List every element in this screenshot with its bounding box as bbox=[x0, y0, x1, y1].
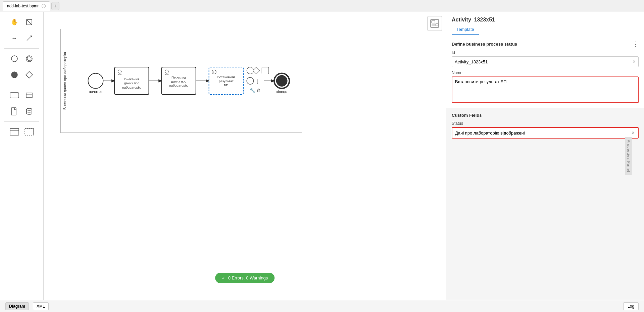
status-field-group: Status Дані про лабораторію відображені … bbox=[452, 121, 639, 139]
diamond-button[interactable] bbox=[22, 68, 36, 82]
svg-line-1 bbox=[27, 19, 32, 25]
svg-rect-19 bbox=[436, 23, 438, 26]
error-badge-text: 0 Errors, 0 Warnings bbox=[228, 275, 268, 280]
name-textarea[interactable] bbox=[455, 79, 635, 99]
toolbar-divider-3 bbox=[4, 121, 39, 122]
toolbar-row-2: ↔ bbox=[6, 31, 37, 46]
svg-point-52 bbox=[276, 75, 287, 87]
toolbar-row-5 bbox=[6, 88, 37, 103]
id-value: Activity_1323x51 bbox=[455, 59, 488, 64]
status-label: Status bbox=[452, 121, 639, 126]
tab-close-icon[interactable]: × bbox=[42, 4, 46, 8]
toolbar-row-7 bbox=[6, 124, 37, 139]
svg-text:лабораторію: лабораторію bbox=[122, 86, 141, 89]
svg-text:Встановити: Встановити bbox=[217, 75, 235, 79]
diagram-container[interactable]: Внесення даних про лабораторію початок bbox=[60, 29, 302, 133]
toolbar-row-1: ✋ bbox=[6, 15, 37, 30]
svg-point-22 bbox=[88, 73, 103, 88]
rect-frame-button[interactable] bbox=[8, 125, 21, 139]
status-bar-left: Diagram XML bbox=[5, 302, 49, 310]
cylinder-button[interactable] bbox=[22, 89, 36, 102]
xml-tab-button[interactable]: XML bbox=[33, 302, 49, 310]
svg-rect-25 bbox=[114, 67, 149, 95]
panel-header: Activity_1323x51 Template bbox=[446, 12, 644, 36]
svg-text:кінець: кінець bbox=[277, 90, 287, 94]
toolbar-divider-2 bbox=[4, 85, 39, 85]
svg-text:даних про: даних про bbox=[171, 80, 187, 83]
file-tab[interactable]: add-lab-test.bpmn × bbox=[3, 1, 50, 11]
rounded-rect-button[interactable] bbox=[8, 89, 21, 102]
id-input[interactable]: Activity_1323x51 × bbox=[452, 56, 639, 67]
name-label: Name bbox=[452, 70, 639, 75]
tab-filename: add-lab-test.bpmn bbox=[7, 4, 40, 8]
status-clear-button[interactable]: × bbox=[631, 130, 635, 136]
svg-point-43 bbox=[247, 67, 253, 74]
bpmn-diagram: початок Внесення даних про лабораторію bbox=[68, 29, 302, 133]
section-title: Define business process status bbox=[452, 42, 517, 47]
custom-fields-section: Custom Fields Status Дані про лабораторі… bbox=[446, 108, 644, 143]
svg-text:початок: початок bbox=[89, 90, 102, 94]
svg-text:Внесення: Внесення bbox=[125, 77, 139, 81]
id-clear-button[interactable]: × bbox=[633, 59, 636, 65]
canvas-area[interactable]: Внесення даних про лабораторію початок bbox=[44, 12, 446, 300]
toolbar-divider-1 bbox=[4, 48, 39, 49]
properties-panel-label: Properties Panel bbox=[625, 137, 632, 175]
circle-solid-button[interactable] bbox=[8, 68, 21, 82]
svg-point-46 bbox=[247, 77, 253, 84]
circle-double-button[interactable] bbox=[22, 52, 36, 65]
main-layout: ✋ ↔ bbox=[0, 12, 644, 300]
svg-rect-45 bbox=[262, 67, 268, 74]
database-button[interactable] bbox=[22, 105, 36, 118]
status-input[interactable]: Дані про лабораторію відображені × bbox=[452, 127, 639, 139]
diagram-tab-button[interactable]: Diagram bbox=[5, 302, 29, 310]
connect-tool-button[interactable] bbox=[22, 32, 36, 45]
circle-outline-button[interactable] bbox=[8, 52, 21, 65]
toolbar-row-4 bbox=[6, 67, 37, 82]
pool-label: Внесення даних про лабораторію bbox=[61, 29, 68, 133]
svg-marker-8 bbox=[26, 71, 33, 78]
custom-fields-title: Custom Fields bbox=[452, 113, 639, 118]
svg-text:даних про: даних про bbox=[124, 81, 140, 85]
svg-point-7 bbox=[11, 72, 17, 78]
svg-text:лабораторію: лабораторію bbox=[169, 84, 188, 87]
name-input[interactable] bbox=[452, 76, 639, 103]
bp-status-section: Define business process status ⋮ Id Acti… bbox=[446, 36, 644, 108]
check-icon: ✓ bbox=[222, 275, 226, 280]
tab-template[interactable]: Template bbox=[452, 25, 479, 35]
add-tab-button[interactable]: + bbox=[51, 2, 59, 10]
svg-rect-9 bbox=[10, 93, 19, 98]
svg-marker-44 bbox=[253, 67, 260, 74]
dashed-rect-button[interactable] bbox=[22, 125, 36, 139]
svg-text:🗑: 🗑 bbox=[256, 88, 260, 93]
svg-rect-12 bbox=[11, 108, 16, 115]
svg-line-2 bbox=[27, 36, 32, 41]
svg-point-6 bbox=[27, 57, 31, 61]
svg-rect-16 bbox=[25, 128, 34, 135]
svg-text:Перегляд: Перегляд bbox=[171, 75, 186, 79]
minimap-button[interactable] bbox=[427, 16, 442, 31]
svg-rect-18 bbox=[432, 20, 435, 23]
error-badge: ✓ 0 Errors, 0 Warnings bbox=[215, 273, 275, 283]
svg-point-13 bbox=[27, 108, 32, 110]
tab-bar: add-lab-test.bpmn × + bbox=[0, 0, 644, 12]
page-button[interactable] bbox=[8, 105, 21, 118]
lasso-tool-button[interactable] bbox=[22, 15, 36, 29]
panel-tabs: Template bbox=[452, 25, 639, 35]
hand-tool-button[interactable]: ✋ bbox=[8, 15, 21, 29]
log-button[interactable]: Log bbox=[623, 302, 639, 310]
svg-text:результат: результат bbox=[219, 79, 234, 83]
id-label: Id bbox=[452, 50, 639, 55]
toolbar-row-3 bbox=[6, 51, 37, 66]
svg-point-4 bbox=[11, 56, 17, 62]
more-options-button[interactable]: ⋮ bbox=[633, 41, 639, 47]
left-toolbar: ✋ ↔ bbox=[0, 12, 44, 300]
status-value: Дані про лабораторію відображені bbox=[455, 131, 631, 136]
svg-rect-10 bbox=[26, 93, 32, 98]
toolbar-row-6 bbox=[6, 104, 37, 119]
panel-title: Activity_1323x51 bbox=[452, 17, 639, 23]
space-tool-button[interactable]: ↔ bbox=[8, 32, 21, 45]
right-panel: Activity_1323x51 Template Define busines… bbox=[446, 12, 644, 300]
svg-text:[: [ bbox=[257, 78, 258, 84]
status-bar: Diagram XML Log bbox=[0, 300, 644, 312]
svg-text:БП: БП bbox=[224, 83, 228, 87]
